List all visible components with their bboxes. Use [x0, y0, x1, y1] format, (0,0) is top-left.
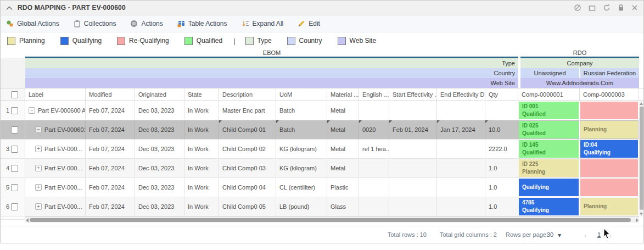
col-header-originated[interactable]: Originated: [135, 88, 184, 101]
close-icon[interactable]: [631, 4, 638, 11]
expand-toggle-icon[interactable]: +: [35, 165, 42, 171]
cell-material[interactable]: Glass: [327, 197, 359, 216]
cell-originated[interactable]: Dec 03, 2023: [135, 101, 184, 120]
previous-page-button[interactable]: ‹: [584, 231, 586, 240]
cell-label[interactable]: +Part EV-000...: [25, 197, 86, 216]
cell-uom[interactable]: KG (kilogram): [276, 159, 327, 177]
global-actions-button[interactable]: Global Actions: [6, 20, 59, 27]
col-header-label[interactable]: Label: [25, 88, 86, 101]
cell-qty[interactable]: 2222.0: [485, 140, 518, 158]
col-header-english[interactable]: English ...: [359, 88, 389, 101]
cell-end-effectivity[interactable]: [437, 101, 485, 120]
row-checkbox[interactable]: [11, 203, 18, 210]
select-all-checkbox[interactable]: [11, 91, 18, 98]
cell-originated[interactable]: Dec 03, 2023: [135, 120, 184, 139]
scroll-up-icon[interactable]: [640, 102, 643, 105]
table-row[interactable]: 1−Part EV-000600 AFeb 07, 2024Dec 03, 20…: [1, 101, 643, 120]
maximize-icon[interactable]: [589, 4, 596, 12]
rdo-cell-comp-0000003[interactable]: ID:04Qualifying: [580, 140, 639, 158]
refresh-icon[interactable]: [574, 4, 581, 12]
col-header-state[interactable]: State: [184, 88, 219, 101]
row-checkbox[interactable]: [11, 126, 18, 134]
actions-button[interactable]: Actions: [130, 20, 163, 27]
cell-material[interactable]: Metal: [327, 120, 359, 139]
table-row[interactable]: 4+Part EV-000...Feb 07, 2024Dec 03, 2023…: [1, 159, 643, 178]
col-header-description[interactable]: Description: [219, 88, 276, 101]
rdo-cell-comp-0000001[interactable]: ID 025Qualified: [518, 120, 580, 139]
cell-label[interactable]: +Part EV-000...: [25, 159, 86, 177]
rdo-cell-comp-0000003[interactable]: [580, 178, 639, 197]
horizontal-scrollbar[interactable]: [25, 216, 639, 223]
expand-all-button[interactable]: Expand All: [242, 20, 284, 27]
cell-start-effectivity[interactable]: [389, 178, 437, 197]
cell-end-effectivity[interactable]: [437, 197, 485, 216]
rdo-cell-comp-0000001[interactable]: 4785Qualifying: [518, 197, 580, 216]
row-checkbox[interactable]: [11, 146, 18, 153]
row-checkbox[interactable]: [11, 165, 18, 172]
cell-uom[interactable]: Batch: [276, 120, 327, 139]
cell-material[interactable]: Metal: [327, 159, 359, 177]
cell-uom[interactable]: Batch: [276, 101, 327, 120]
cell-description[interactable]: Child Comp0 01: [219, 120, 276, 139]
expand-toggle-icon[interactable]: +: [35, 203, 42, 210]
vertical-scroll-thumb[interactable]: [640, 107, 643, 210]
cell-modified[interactable]: Feb 07, 2024: [86, 120, 135, 139]
collapse-chevron-icon[interactable]: [6, 3, 13, 13]
cell-label[interactable]: −Part EV-000601 A: [25, 120, 86, 139]
collections-button[interactable]: Collections: [74, 20, 116, 27]
cell-qty[interactable]: 1.0: [485, 159, 518, 177]
chevron-down-icon[interactable]: ▾: [558, 231, 561, 239]
rdo-cell-comp-0000003[interactable]: Planning: [580, 120, 639, 139]
expand-toggle-icon[interactable]: +: [35, 146, 42, 152]
cell-modified[interactable]: Feb 07, 2024: [86, 197, 135, 216]
vertical-scrollbar[interactable]: [639, 101, 644, 216]
reset-icon[interactable]: [603, 4, 611, 12]
expand-toggle-icon[interactable]: +: [35, 184, 42, 191]
cell-end-effectivity[interactable]: [437, 178, 485, 197]
row-checkbox[interactable]: [11, 107, 18, 114]
col-header-qty[interactable]: Qty: [485, 88, 518, 101]
cell-qty[interactable]: [485, 101, 518, 120]
scroll-down-icon[interactable]: [640, 213, 643, 215]
rows-per-page-select[interactable]: 30: [547, 231, 553, 238]
cell-label[interactable]: −Part EV-000600 A: [25, 101, 86, 120]
horizontal-scroll-thumb[interactable]: [30, 218, 631, 222]
table-actions-button[interactable]: Table Actions: [177, 20, 227, 27]
cell-modified[interactable]: Feb 07, 2024: [86, 159, 135, 177]
cell-state[interactable]: In Work: [184, 159, 219, 177]
table-row[interactable]: −Part EV-000601 AFeb 07, 2024Dec 03, 202…: [1, 120, 643, 140]
scroll-left-icon[interactable]: [26, 218, 29, 223]
table-row[interactable]: 5+Part EV-000...Feb 07, 2024Dec 03, 2023…: [1, 178, 643, 197]
cell-qty[interactable]: 10.0: [485, 120, 518, 139]
cell-material[interactable]: Metal: [327, 101, 359, 120]
cell-state[interactable]: In Work: [184, 120, 219, 139]
cell-uom[interactable]: KG (kilogram): [276, 140, 327, 158]
rdo-cell-comp-0000003[interactable]: [580, 159, 639, 177]
cell-english[interactable]: [359, 178, 389, 197]
cell-end-effectivity[interactable]: Jan 17, 2024: [437, 120, 485, 139]
scroll-right-icon[interactable]: [636, 218, 639, 223]
cell-uom[interactable]: LB (pound): [276, 197, 327, 216]
cell-start-effectivity[interactable]: [389, 140, 437, 158]
cell-start-effectivity[interactable]: [389, 101, 437, 120]
col-header-end-effectivity[interactable]: End Effectivity D...: [437, 88, 485, 101]
col-header-comp-1[interactable]: Comp-0000001: [518, 88, 580, 101]
cell-english[interactable]: [359, 101, 389, 120]
cell-description[interactable]: Child Comp0 03: [219, 159, 276, 177]
cell-originated[interactable]: Dec 03, 2023: [135, 159, 184, 177]
cell-label[interactable]: +Part EV-000...: [25, 140, 86, 158]
col-header-comp-2[interactable]: Comp-0000003: [580, 88, 639, 101]
cell-qty[interactable]: 1.0: [485, 178, 518, 197]
cell-qty[interactable]: 1.0: [485, 197, 518, 216]
cell-modified[interactable]: Feb 07, 2024: [86, 101, 135, 120]
cell-material[interactable]: Plastic: [327, 178, 359, 197]
table-row[interactable]: 6+Part EV-000...Feb 07, 2024Dec 03, 2023…: [1, 197, 643, 216]
cell-english[interactable]: [359, 159, 389, 177]
cell-description[interactable]: Master Enc part: [219, 101, 276, 120]
table-row[interactable]: 3+Part EV-000...Feb 07, 2024Dec 03, 2023…: [1, 140, 643, 159]
lock-icon[interactable]: [618, 4, 624, 12]
cell-state[interactable]: In Work: [184, 197, 219, 216]
col-header-uom[interactable]: UoM: [276, 88, 327, 101]
collapse-toggle-icon[interactable]: −: [35, 126, 42, 133]
cell-material[interactable]: Metal: [327, 140, 359, 158]
